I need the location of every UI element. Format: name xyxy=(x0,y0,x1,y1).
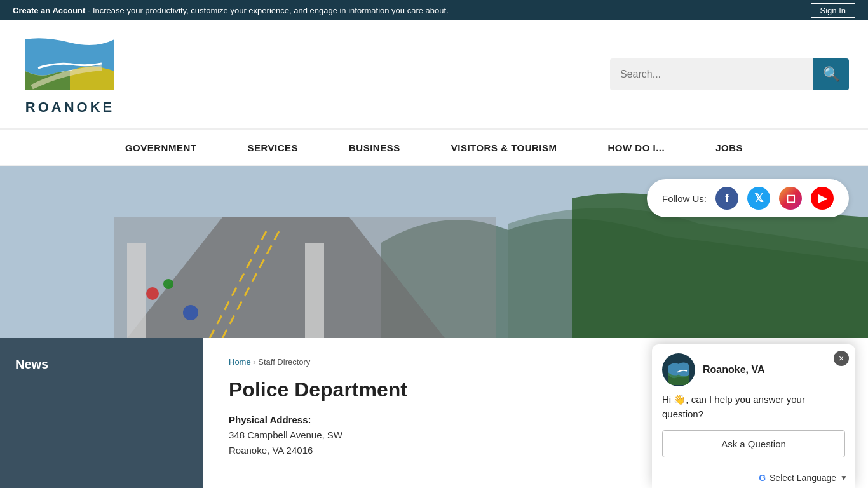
search-input[interactable] xyxy=(610,58,813,90)
follow-label: Follow Us: xyxy=(662,193,707,204)
nav-item-government[interactable]: GOVERNMENT xyxy=(100,131,222,165)
follow-us-box: Follow Us: f 𝕏 ◻ ▶ xyxy=(647,179,849,217)
chatbot-body: Hi 👋, can I help you answer your questio… xyxy=(652,393,855,469)
top-banner: Create an Account - Increase your produc… xyxy=(0,0,868,20)
sidebar: News xyxy=(0,338,203,488)
youtube-link[interactable]: ▶ xyxy=(811,187,834,210)
hero-image: Follow Us: f 𝕏 ◻ ▶ xyxy=(0,166,868,338)
breadcrumb-separator: › xyxy=(251,357,259,367)
select-language-link[interactable]: Select Language xyxy=(770,473,836,483)
nav-item-visitors[interactable]: VISITORS & TOURISM xyxy=(426,131,583,165)
chatbot-title: Roanoke, VA xyxy=(703,364,765,376)
nav-item-jobs[interactable]: JOBS xyxy=(690,131,768,165)
search-icon: 🔍 xyxy=(823,66,840,83)
chatbot-header: Roanoke, VA × xyxy=(652,344,855,393)
main-nav: GOVERNMENT SERVICES BUSINESS VISITORS & … xyxy=(0,128,868,166)
google-icon: G xyxy=(759,473,766,483)
chatbot-footer: G Select Language ▼ xyxy=(652,469,855,488)
sidebar-title: News xyxy=(15,357,188,372)
logo-area: ROANOKE xyxy=(19,33,121,116)
svg-point-7 xyxy=(183,305,198,320)
banner-text: Create an Account - Increase your produc… xyxy=(13,6,449,15)
facebook-link[interactable]: f xyxy=(715,187,738,210)
chatbot-widget: Roanoke, VA × Hi 👋, can I help you answe… xyxy=(652,344,855,488)
create-account-link[interactable]: Create an Account xyxy=(13,6,85,15)
chevron-down-icon: ▼ xyxy=(840,473,848,482)
ask-question-button[interactable]: Ask a Question xyxy=(662,430,845,458)
svg-point-5 xyxy=(146,287,159,300)
nav-item-business[interactable]: BUSINESS xyxy=(323,131,426,165)
chatbot-close-button[interactable]: × xyxy=(834,351,849,366)
nav-item-howdoi[interactable]: HOW DO I... xyxy=(583,131,691,165)
instagram-link[interactable]: ◻ xyxy=(779,187,802,210)
breadcrumb-home[interactable]: Home xyxy=(229,357,251,367)
chatbot-logo-icon xyxy=(663,355,694,385)
twitter-link[interactable]: 𝕏 xyxy=(747,187,770,210)
search-button[interactable]: 🔍 xyxy=(813,58,849,90)
roanoke-logo xyxy=(19,33,121,97)
banner-description: - Increase your productivity, customize … xyxy=(85,6,448,15)
chatbot-message: Hi 👋, can I help you answer your questio… xyxy=(662,393,845,421)
close-icon: × xyxy=(839,353,844,363)
breadcrumb-current: Staff Directory xyxy=(258,357,310,367)
nav-item-services[interactable]: SERVICES xyxy=(222,131,323,165)
svg-rect-3 xyxy=(127,243,146,338)
svg-point-6 xyxy=(163,279,173,289)
svg-rect-4 xyxy=(305,243,324,338)
search-area: 🔍 xyxy=(610,58,849,90)
site-name: ROANOKE xyxy=(19,99,121,116)
header: ROANOKE 🔍 xyxy=(0,20,868,128)
sign-in-button[interactable]: Sign In xyxy=(811,3,855,18)
chatbot-avatar xyxy=(662,353,695,386)
